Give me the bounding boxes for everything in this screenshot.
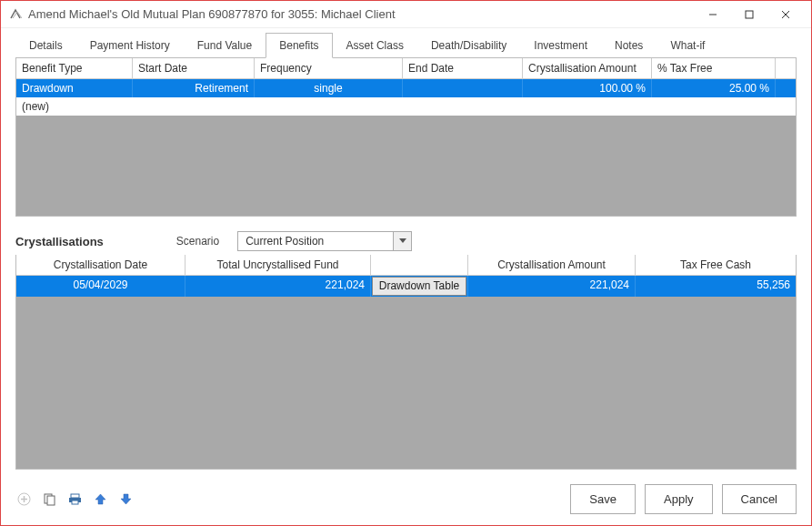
tab-strip: Details Payment History Fund Value Benef…	[15, 32, 797, 58]
titlebar: Amend Michael's Old Mutual Plan 69087787…	[1, 1, 811, 28]
crystallisations-grid-body: 05/04/2029 221,024 Drawdown Table 221,02…	[16, 276, 796, 430]
svg-rect-8	[47, 496, 55, 505]
col-benefit-type[interactable]: Benefit Type	[16, 58, 133, 78]
copy-icon[interactable]	[41, 491, 57, 508]
benefits-grid-body: Drawdown Retirement single 100.00 % 25.0…	[16, 79, 796, 216]
tab-payment-history[interactable]: Payment History	[76, 33, 184, 58]
chevron-down-icon[interactable]	[393, 232, 411, 250]
crystallisations-grid: Crystallisation Date Total Uncrystallise…	[15, 255, 797, 470]
cancel-button[interactable]: Cancel	[722, 484, 797, 514]
arrow-down-icon[interactable]	[117, 491, 134, 508]
app-icon	[8, 7, 23, 22]
tab-investment[interactable]: Investment	[520, 33, 601, 58]
apply-button[interactable]: Apply	[645, 484, 713, 514]
content-area: Details Payment History Fund Value Benef…	[1, 28, 811, 477]
col-crystallisation-amount-2[interactable]: Crystallisation Amount	[468, 255, 636, 275]
col-tax-free-cash[interactable]: Tax Free Cash	[636, 255, 796, 275]
table-row[interactable]: 05/04/2029 221,024 Drawdown Table 221,02…	[16, 276, 796, 297]
window: Amend Michael's Old Mutual Plan 69087787…	[0, 0, 812, 526]
col-spacer	[776, 58, 796, 78]
cell-drawdown-action: Drawdown Table	[371, 276, 468, 297]
tab-fund-value[interactable]: Fund Value	[184, 33, 266, 58]
cell-crystallisation-amount: 100.00 %	[523, 79, 652, 97]
col-end-date[interactable]: End Date	[403, 58, 523, 78]
crystallisations-title: Crystallisations	[15, 235, 104, 248]
cell-tax-free: 25.00 %	[652, 79, 776, 97]
footer-buttons: Save Apply Cancel	[570, 484, 797, 514]
window-controls	[695, 2, 804, 27]
footer: Save Apply Cancel	[1, 477, 811, 525]
crystallisations-header: Crystallisations Scenario Current Positi…	[15, 231, 797, 251]
footer-toolbar	[15, 491, 134, 508]
cell-benefit-type: Drawdown	[16, 79, 133, 97]
col-total-uncrystallised[interactable]: Total Uncrystallised Fund	[185, 255, 371, 275]
save-button[interactable]: Save	[570, 484, 636, 514]
table-row-new[interactable]: (new)	[16, 97, 796, 116]
print-icon[interactable]	[66, 491, 83, 508]
crystallisations-grid-header: Crystallisation Date Total Uncrystallise…	[16, 255, 796, 276]
tab-details[interactable]: Details	[15, 33, 76, 58]
col-crystallisation-date[interactable]: Crystallisation Date	[16, 255, 185, 275]
scenario-value: Current Position	[238, 235, 393, 248]
tab-notes[interactable]: Notes	[601, 33, 657, 58]
cell-amount: 221,024	[468, 276, 636, 297]
cell-new: (new)	[16, 97, 133, 116]
tab-what-if[interactable]: What-if	[657, 33, 718, 58]
add-icon[interactable]	[15, 491, 32, 508]
cell-frequency: single	[255, 79, 403, 97]
benefits-grid-header: Benefit Type Start Date Frequency End Da…	[16, 58, 796, 79]
cell-end-date	[403, 79, 523, 97]
window-title: Amend Michael's Old Mutual Plan 69087787…	[28, 7, 695, 21]
svg-rect-11	[72, 501, 78, 504]
tab-asset-class[interactable]: Asset Class	[333, 33, 417, 58]
svg-rect-9	[71, 494, 79, 498]
col-frequency[interactable]: Frequency	[255, 58, 403, 78]
drawdown-table-button[interactable]: Drawdown Table	[372, 277, 466, 296]
cell-start-date: Retirement	[133, 79, 255, 97]
tab-benefits[interactable]: Benefits	[266, 33, 332, 58]
scenario-label: Scenario	[176, 235, 219, 248]
col-start-date[interactable]: Start Date	[133, 58, 255, 78]
arrow-up-icon[interactable]	[92, 491, 108, 508]
col-action[interactable]	[371, 255, 468, 275]
tab-death-disability[interactable]: Death/Disability	[417, 33, 520, 58]
maximize-button[interactable]	[731, 2, 767, 27]
col-crystallisation-amount[interactable]: Crystallisation Amount	[523, 58, 652, 78]
benefits-grid: Benefit Type Start Date Frequency End Da…	[15, 58, 797, 217]
scenario-select[interactable]: Current Position	[237, 231, 412, 251]
close-button[interactable]	[767, 2, 804, 27]
cell-fund: 221,024	[185, 276, 371, 297]
cell-cash: 55,256	[636, 276, 796, 297]
minimize-button[interactable]	[695, 2, 731, 27]
svg-rect-1	[746, 11, 753, 18]
table-row[interactable]: Drawdown Retirement single 100.00 % 25.0…	[16, 79, 796, 97]
cell-date: 05/04/2029	[16, 276, 185, 297]
col-tax-free[interactable]: % Tax Free	[652, 58, 776, 78]
